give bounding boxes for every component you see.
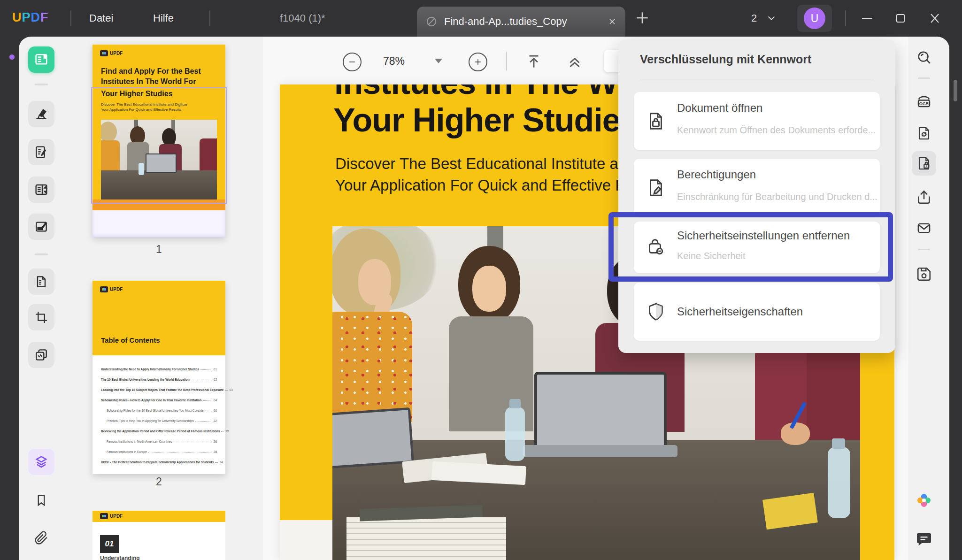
document-subtitle: Discover The Best Educational Institute …	[335, 153, 667, 196]
chapter-badge: 01	[100, 535, 119, 553]
tab-active-document[interactable]: Find-and-Ap...tudies_Copy	[417, 7, 625, 37]
divider	[918, 77, 930, 79]
encrypted-slash-circle-icon	[425, 15, 438, 28]
updf-ai-icon[interactable]	[912, 488, 936, 513]
document-lock-icon	[645, 110, 667, 132]
divider	[845, 10, 846, 26]
minimize-icon[interactable]	[859, 13, 875, 23]
previous-page-icon[interactable]	[566, 53, 584, 70]
save-icon[interactable]	[912, 262, 936, 286]
open-documents-count[interactable]: 2	[751, 0, 757, 37]
divider	[506, 52, 507, 70]
zoom-in-button[interactable]	[469, 53, 487, 71]
highlight-annotation	[608, 212, 893, 282]
tool-reader[interactable]	[28, 46, 54, 73]
zoom-out-button[interactable]	[343, 53, 362, 71]
updf-cover-logo: UPDF	[100, 513, 123, 519]
tool-edit-pdf[interactable]	[28, 139, 54, 165]
divider	[640, 79, 874, 79]
toc-entry[interactable]: Scholarship Rules for the 10 Best Global…	[101, 402, 217, 412]
tool-split-view[interactable]	[28, 176, 54, 203]
toc-entry[interactable]: Famous Institutions in Europe28	[101, 443, 217, 453]
shield-icon	[645, 301, 667, 322]
cover-heading-2: Institutes In The World For	[101, 77, 196, 86]
panel-title: Verschlüsselung mit Kennwort	[640, 53, 811, 66]
divider	[918, 249, 930, 250]
tool-crop[interactable]	[28, 304, 54, 330]
updf-window: UPDF Datei Hilfe f1040 (1)* Find-and-Ap.…	[0, 0, 962, 560]
title-bar: UPDF Datei Hilfe f1040 (1)* Find-and-Ap.…	[0, 0, 962, 37]
maximize-icon[interactable]	[894, 13, 907, 23]
cover-heading-1: Find and Apply For the Best	[101, 67, 201, 76]
page-bottom-strip	[280, 520, 332, 560]
updf-logo: UPDF	[12, 10, 49, 25]
search-icon[interactable]	[912, 45, 936, 69]
new-tab-button[interactable]	[633, 8, 652, 27]
toc-list: Understanding the Need to Apply Internat…	[101, 361, 217, 464]
zoom-level[interactable]: 78%	[383, 55, 405, 68]
svg-text:OCR: OCR	[919, 101, 929, 106]
divider	[70, 10, 71, 26]
option-permissions[interactable]: Berechtigungen Einschränkung für Bearbei…	[634, 159, 880, 217]
option-title: Dokument öffnen	[677, 101, 762, 115]
menu-datei[interactable]: Datei	[81, 0, 122, 37]
tool-page-thumbnails[interactable]	[28, 449, 54, 475]
toc-entry[interactable]: Looking Into the Top 10 Subject Majors T…	[101, 381, 217, 391]
thumbnail-page-1[interactable]: UPDF Find and Apply For the Best Institu…	[92, 45, 225, 237]
thumbnail-page-3[interactable]: UPDF 01 Understanding	[92, 511, 225, 560]
toc-entry[interactable]: Practical Tips to Help You in Applying f…	[101, 412, 217, 422]
chevron-down-icon[interactable]	[766, 15, 777, 22]
ocr-icon[interactable]: OCR	[912, 90, 936, 115]
option-security-properties[interactable]: Sicherheitseigenschaften	[634, 283, 880, 341]
scrollbar[interactable]	[954, 80, 957, 101]
chapter-caption: Understanding	[100, 555, 140, 560]
toc-entry[interactable]: Understanding the Need to Apply Internat…	[101, 361, 217, 371]
divider	[35, 84, 48, 85]
option-subtitle: Einschränkung für Bearbeitung und Drucke…	[677, 192, 877, 202]
scroll-to-top-icon[interactable]	[525, 53, 543, 70]
thumbnail-page-2[interactable]: UPDF Table of Contents Understanding the…	[92, 281, 225, 474]
avatar[interactable]: U	[804, 8, 825, 29]
window-edge	[949, 37, 962, 560]
convert-document-icon[interactable]	[912, 121, 936, 146]
security-panel: Verschlüsselung mit Kennwort Dokument öf…	[618, 39, 895, 353]
document-pen-icon	[645, 177, 667, 199]
close-icon[interactable]	[929, 13, 941, 23]
tab-close-icon[interactable]	[608, 17, 617, 26]
tool-bookmark[interactable]	[28, 487, 54, 514]
toc-title: Table of Contents	[101, 336, 160, 344]
menu-hilfe[interactable]: Hilfe	[145, 0, 182, 37]
option-open-document[interactable]: Dokument öffnen Kennwort zum Öffnen des …	[634, 92, 880, 150]
document-security-icon[interactable]	[912, 151, 936, 176]
updf-cover-logo: UPDF	[100, 286, 123, 292]
zoom-dropdown-caret[interactable]	[435, 59, 442, 63]
toc-entry[interactable]: Reviewing the Application Period and Off…	[101, 422, 217, 433]
option-title: Sicherheitseigenschaften	[677, 305, 803, 318]
option-subtitle: Kennwort zum Öffnen des Dokuments erford…	[677, 125, 876, 136]
toc-entry[interactable]: The 10 Best Global Universities Leading …	[101, 371, 217, 381]
toc-entry[interactable]: Famous Institutions in North American Co…	[101, 433, 217, 443]
divider	[35, 253, 48, 255]
tool-watermark[interactable]	[28, 342, 54, 368]
page-number-2: 2	[92, 476, 225, 488]
mail-icon[interactable]	[912, 216, 936, 240]
active-tab-label: Find-and-Ap...tudies_Copy	[444, 15, 608, 28]
viewport-rectangle[interactable]	[91, 87, 227, 204]
updf-cover-logo: UPDF	[100, 50, 123, 56]
option-title: Berechtigungen	[677, 168, 756, 181]
page-number-1: 1	[92, 243, 225, 256]
feedback-chat-icon[interactable]	[912, 527, 936, 551]
document-heading: Your Higher Studies	[333, 101, 638, 139]
tool-convert[interactable]	[28, 268, 54, 295]
share-icon[interactable]	[912, 185, 936, 209]
tool-sign[interactable]	[28, 214, 54, 240]
toc-entry[interactable]: Scholarship Rules - How to Apply For One…	[101, 391, 217, 402]
tool-attachment[interactable]	[28, 525, 54, 551]
tab-f1040[interactable]: f1040 (1)*	[280, 0, 325, 37]
cover-bottom	[92, 210, 225, 237]
divider	[209, 10, 210, 26]
tool-comment-highlighter[interactable]	[28, 101, 54, 127]
notification-dot	[9, 54, 15, 60]
toc-entry[interactable]: UPDF - The Perfect Solution to Prepare S…	[101, 453, 217, 464]
